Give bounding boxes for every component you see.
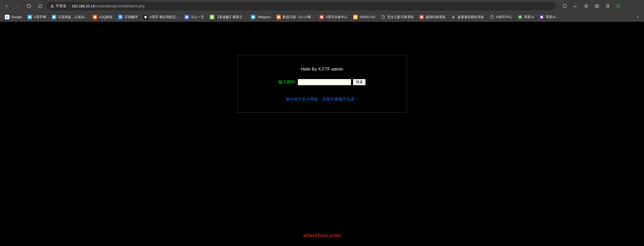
bookmark-item[interactable]: S渗透测试报告系统 <box>449 14 486 20</box>
bookmark-item[interactable]: 数据日报 - 51.LA网... <box>274 14 316 20</box>
svg-rect-1 <box>595 5 597 8</box>
bookmark-label: 渗透测试报告系统 <box>457 15 484 19</box>
url-host: 192.168.10.14 <box>72 4 95 8</box>
back-button[interactable] <box>2 2 11 11</box>
bookmark-favicon <box>184 15 189 19</box>
bookmark-label: Telegram <box>257 15 271 19</box>
bookmark-label: 数据日报 - 51.LA网... <box>283 15 313 19</box>
login-form: 输入密码: 登录 <box>245 79 399 85</box>
forward-button[interactable] <box>13 2 22 11</box>
bookmark-item[interactable]: 黑客AI <box>537 14 558 20</box>
bookmark-favicon <box>419 15 424 19</box>
bookmark-item[interactable]: 文心一言 <box>182 14 206 20</box>
shopping-icon[interactable] <box>560 2 570 11</box>
svg-rect-2 <box>597 5 599 8</box>
refresh-button[interactable] <box>24 2 34 11</box>
bookmark-item[interactable]: 漏洞扫描系统 <box>417 14 448 20</box>
bookmark-item[interactable]: vQQ邮箱 <box>90 14 115 20</box>
bookmark-item[interactable]: X黑手-最实用的互... <box>141 14 181 20</box>
warning-text: 请勿用于非法用途，后果作者概不负责！ <box>245 97 399 102</box>
bookmark-label: 【新提醒】极客之... <box>216 15 245 19</box>
bookmark-label: X黑手网 <box>34 15 46 19</box>
bookmark-favicon <box>518 15 522 19</box>
bookmark-label: 黑客AI <box>546 15 555 19</box>
login-title: Hello By X.FTF-admin <box>245 67 399 72</box>
bookmark-favicon <box>52 15 56 19</box>
url-path: /content/plugins/shell/dama.php <box>95 4 145 8</box>
bookmark-item[interactable]: 译百度翻译 <box>116 14 140 20</box>
bookmark-favicon <box>27 15 32 19</box>
bookmark-favicon <box>93 15 97 19</box>
favorite-icon[interactable] <box>581 2 591 11</box>
address-bar[interactable]: 不安全 192.168.10.14/content/plugins/shell/… <box>47 2 556 10</box>
bookmark-favicon <box>251 15 255 19</box>
bookmarks-bar: GGoogleX黑手网百度网盘，让美好...vQQ邮箱译百度翻译X黑手-最实用的… <box>0 12 644 22</box>
bookmark-favicon <box>353 15 358 19</box>
password-input[interactable] <box>298 79 351 85</box>
insecure-badge: 不安全 <box>50 4 66 8</box>
bookmark-label: Google <box>11 15 22 19</box>
read-aloud-icon[interactable]: A <box>570 2 581 11</box>
url-text: 192.168.10.14/content/plugins/shell/dama… <box>72 4 145 8</box>
password-label: 输入密码: <box>278 79 296 85</box>
bookmark-item[interactable]: Telegram <box>249 14 273 20</box>
bookmark-item[interactable]: 安全之眼引擎系统 <box>379 14 416 20</box>
bookmark-item[interactable]: DDNS-GO <box>351 14 377 20</box>
login-button[interactable]: 登录 <box>353 79 366 85</box>
browser-toolbar: 不安全 192.168.10.14/content/plugins/shell/… <box>0 0 644 12</box>
bookmark-label: 文心一言 <box>191 15 204 19</box>
bookmark-favicon: G <box>5 15 9 19</box>
bookmark-label: 安全之眼引擎系统 <box>387 15 414 19</box>
bookmark-favicon <box>539 15 544 19</box>
home-button[interactable] <box>36 2 45 11</box>
watermark: xheishou.com <box>303 232 341 239</box>
insecure-label: 不安全 <box>56 4 66 8</box>
bookmark-item[interactable]: X黑手网 <box>25 14 48 20</box>
bookmark-label: 黑客AI <box>524 15 534 19</box>
svg-text:A: A <box>574 5 576 8</box>
bookmark-label: AI助手中心 <box>496 15 512 19</box>
page-viewport: Hello By X.FTF-admin 输入密码: 登录 请勿用于非法用途，后… <box>3 22 641 246</box>
bookmarks-overflow-button[interactable] <box>634 13 641 21</box>
bookmark-label: 百度翻译 <box>124 15 138 19</box>
bookmark-item[interactable]: AI助手中心 <box>487 14 514 20</box>
bookmark-label: X黑手-最实用的互... <box>150 15 179 19</box>
bookmark-item[interactable]: 百度网盘，让美好... <box>49 14 90 20</box>
bookmark-item[interactable]: X黑手业务中心 <box>317 14 350 20</box>
bookmark-favicon <box>276 15 281 19</box>
address-separator <box>69 4 69 8</box>
bookmark-label: vQQ邮箱 <box>99 15 112 19</box>
login-panel: Hello By X.FTF-admin 输入密码: 登录 请勿用于非法用途，后… <box>237 55 407 113</box>
bookmark-favicon: S <box>451 15 456 19</box>
bookmark-item[interactable]: 黑客AI <box>516 14 536 20</box>
bookmark-favicon <box>319 15 324 19</box>
bookmark-label: 漏洞扫描系统 <box>426 15 446 19</box>
heart-icon[interactable] <box>613 2 623 11</box>
collections-icon[interactable] <box>603 2 613 11</box>
bookmark-label: 百度网盘，让美好... <box>58 15 87 19</box>
bookmark-label: DDNS-GO <box>360 15 375 19</box>
bookmark-favicon <box>381 15 385 19</box>
bookmark-item[interactable]: 【新提醒】极客之... <box>207 14 248 20</box>
bookmark-label: X黑手业务中心 <box>326 15 348 19</box>
bookmark-favicon <box>210 15 214 19</box>
bookmark-item[interactable]: GGoogle <box>3 14 24 20</box>
bookmark-favicon: 译 <box>118 15 123 19</box>
bookmark-favicon <box>490 15 494 19</box>
toolbar-right: A <box>560 2 623 11</box>
bookmark-favicon <box>143 15 148 19</box>
split-screen-icon[interactable] <box>592 2 602 11</box>
